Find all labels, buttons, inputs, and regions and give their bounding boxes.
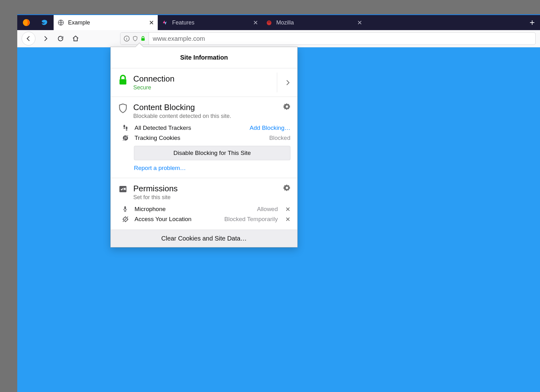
location-blocked-icon — [122, 216, 130, 223]
content-blocking-subtitle: Blockable content detected on this site. — [133, 113, 290, 119]
connection-section[interactable]: Connection Secure — [111, 68, 297, 97]
mozilla-icon — [266, 19, 273, 26]
lock-icon — [118, 74, 128, 85]
permissions-section: Permissions Set for this site Microphone… — [111, 178, 297, 230]
svg-rect-9 — [126, 130, 127, 131]
svg-point-8 — [126, 126, 128, 129]
new-tab-button[interactable] — [524, 15, 540, 30]
svg-rect-5 — [119, 79, 126, 85]
tab-strip: Example Features Mozilla — [17, 15, 540, 30]
tab-example[interactable]: Example — [54, 15, 158, 30]
location-row: Access Your Location Blocked Temporarily — [118, 216, 290, 223]
connection-title: Connection — [133, 74, 290, 84]
svg-point-11 — [124, 137, 125, 138]
tab-label: Example — [68, 19, 145, 26]
connection-status: Secure — [133, 84, 290, 91]
microphone-status: Allowed — [257, 206, 278, 213]
globe-icon — [57, 19, 64, 26]
reload-button[interactable] — [56, 34, 66, 44]
tab-label: Mozilla — [276, 19, 353, 26]
trackers-row: All Detected Trackers Add Blocking… — [118, 124, 290, 131]
microphone-label: Microphone — [135, 206, 252, 213]
permissions-title: Permissions — [133, 184, 290, 193]
remove-permission-icon[interactable] — [285, 217, 290, 222]
footprints-icon — [122, 124, 130, 131]
identity-box[interactable] — [120, 33, 149, 45]
features-icon — [161, 19, 168, 26]
gear-icon[interactable] — [283, 103, 290, 110]
url-text: www.example.com — [149, 35, 205, 42]
lock-icon — [140, 36, 146, 41]
permissions-icon — [118, 184, 128, 194]
close-icon[interactable] — [149, 20, 154, 25]
nav-toolbar: www.example.com — [17, 30, 540, 47]
tab-features[interactable]: Features — [158, 15, 262, 30]
doorhanger-title: Site Information — [111, 47, 297, 68]
shield-icon — [132, 35, 138, 42]
svg-rect-7 — [124, 128, 125, 129]
location-label: Access Your Location — [135, 216, 220, 223]
pinned-tab-thunderbird[interactable] — [35, 15, 54, 30]
forward-button[interactable] — [40, 34, 50, 44]
close-icon[interactable] — [357, 20, 362, 25]
add-blocking-link[interactable]: Add Blocking… — [250, 124, 290, 131]
trackers-label: All Detected Trackers — [135, 124, 245, 131]
pinned-tab-firefox[interactable] — [17, 15, 35, 30]
gear-icon[interactable] — [283, 184, 290, 191]
permissions-subtitle: Set for this site — [133, 194, 290, 201]
report-problem-link[interactable]: Report a problem… — [134, 165, 290, 172]
content-blocking-title: Content Blocking — [133, 103, 290, 112]
disable-blocking-button[interactable]: Disable Blocking for This Site — [134, 146, 290, 160]
clear-cookies-button[interactable]: Clear Cookies and Site Data… — [111, 230, 297, 247]
svg-rect-4 — [141, 38, 145, 41]
home-button[interactable] — [71, 34, 81, 44]
chevron-right-icon[interactable] — [277, 73, 290, 93]
back-button[interactable] — [22, 32, 35, 45]
content-blocking-section: Content Blocking Blockable content detec… — [111, 97, 297, 178]
microphone-row: Microphone Allowed — [118, 206, 290, 213]
remove-permission-icon[interactable] — [285, 207, 290, 212]
svg-rect-15 — [124, 206, 126, 209]
cookie-blocked-icon — [122, 135, 130, 141]
close-icon[interactable] — [253, 20, 258, 25]
shield-icon — [118, 103, 128, 114]
cookies-row: Tracking Cookies Blocked — [118, 135, 290, 141]
svg-point-6 — [124, 125, 125, 128]
tab-label: Features — [172, 19, 249, 26]
microphone-icon — [122, 206, 130, 213]
browser-window: Example Features Mozilla — [17, 14, 540, 392]
info-icon — [124, 35, 130, 42]
cookies-label: Tracking Cookies — [135, 135, 265, 141]
cookies-status: Blocked — [269, 135, 290, 141]
tab-mozilla[interactable]: Mozilla — [262, 15, 366, 30]
url-bar[interactable]: www.example.com — [120, 32, 536, 45]
site-info-doorhanger: Site Information Connection Secure — [110, 47, 298, 247]
location-status: Blocked Temporarily — [224, 216, 278, 223]
svg-point-2 — [267, 20, 272, 25]
